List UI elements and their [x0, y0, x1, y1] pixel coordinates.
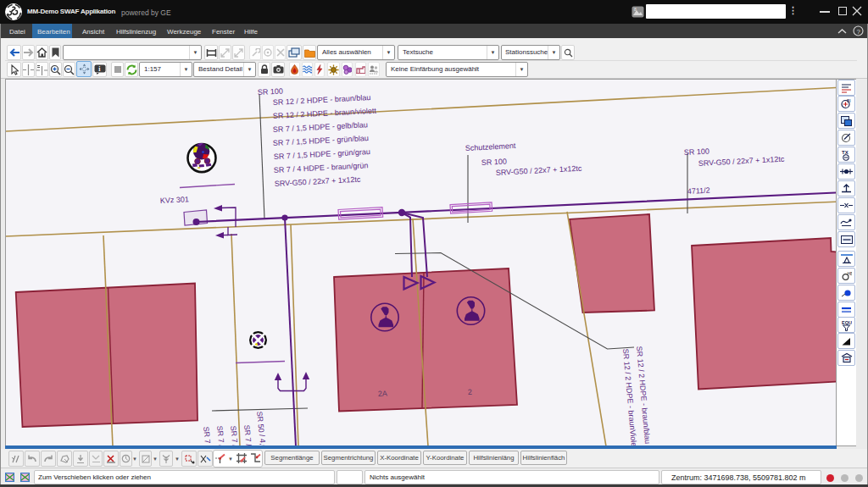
- svg-text:2: 2: [468, 388, 473, 396]
- svg-text:SRV-G50 / 22x7 + 1x12tc: SRV-G50 / 22x7 + 1x12tc: [698, 155, 786, 168]
- svg-text:SR 7 / 1,5 HDPE: SR 7 / 1,5 HDPE: [215, 425, 230, 445]
- svg-text:SR 12 / 2 HDPE - braun/blau: SR 12 / 2 HDPE - braun/blau: [273, 93, 371, 107]
- svg-text:SR 7 / 1,5 HDPE - gelb/blau: SR 7 / 1,5 HDPE - gelb/blau: [273, 120, 368, 134]
- svg-text:Schutzelement: Schutzelement: [465, 141, 516, 152]
- svg-text:EQU: EQU: [842, 319, 852, 324]
- svg-text:SR 7 / 4 HDPE: SR 7 / 4 HDPE: [229, 425, 242, 445]
- svg-text:SR 100: SR 100: [258, 86, 284, 97]
- svg-text:SR 7 / 4 HDPE - braun/grün: SR 7 / 4 HDPE - braun/grün: [274, 161, 369, 174]
- svg-text:HB: HB: [848, 271, 853, 276]
- svg-text:SR 50 / 4,0: SR 50 / 4,0: [255, 411, 268, 445]
- svg-text:SRV-G50 / 22x7 + 1x12tc: SRV-G50 / 22x7 + 1x12tc: [496, 164, 583, 177]
- svg-text:SRV-G50 / 22x7 + 1x12tc: SRV-G50 / 22x7 + 1x12tc: [275, 175, 362, 188]
- svg-text:TX: TX: [842, 150, 849, 155]
- svg-text:BI: BI: [847, 98, 851, 103]
- svg-text:SR 7 / 1,5 HDPE - grün/grau: SR 7 / 1,5 HDPE - grün/grau: [274, 147, 370, 161]
- svg-text:SR 100: SR 100: [481, 157, 508, 167]
- svg-text:SR 12 / 2 HDPE - braunViolett: SR 12 / 2 HDPE - braunViolett: [621, 348, 639, 445]
- svg-text:?: ?: [856, 28, 860, 36]
- svg-text:SR 12 / 2 HDPE - braun/violett: SR 12 / 2 HDPE - braun/violett: [273, 107, 377, 120]
- svg-text:8: 8: [634, 7, 637, 12]
- svg-text:SR 7 / 1,5 HDPE: SR 7 / 1,5 HDPE: [202, 426, 216, 445]
- svg-text:KVz 301: KVz 301: [160, 195, 190, 205]
- svg-text:SR 100: SR 100: [684, 147, 710, 157]
- svg-text:2A: 2A: [378, 389, 388, 398]
- svg-text:4711/2: 4711/2: [687, 186, 710, 196]
- svg-text:SR 7 / 1,5 HDPE - grün/blau: SR 7 / 1,5 HDPE - grün/blau: [273, 134, 369, 147]
- svg-text:SR 7 / 1,5: SR 7 / 1,5: [242, 424, 254, 445]
